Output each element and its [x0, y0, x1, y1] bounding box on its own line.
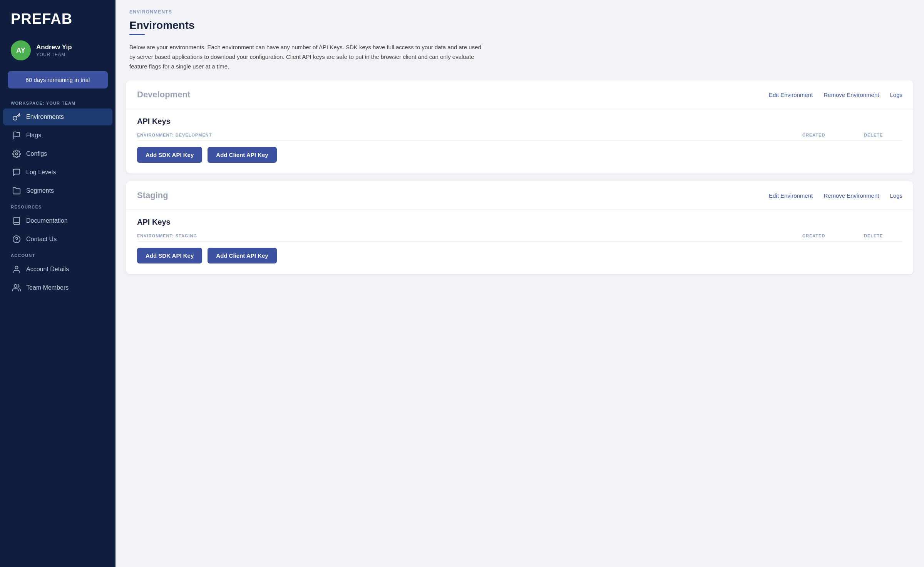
sidebar-item-team-members-label: Team Members: [26, 284, 69, 291]
svg-point-5: [15, 266, 18, 269]
page-description: Below are your environments. Each enviro…: [116, 43, 500, 80]
environment-card-staging: Staging Edit Environment Remove Environm…: [126, 181, 913, 274]
page-title-section: Enviroments: [116, 15, 924, 43]
sidebar-item-configs-label: Configs: [26, 150, 47, 157]
user-profile[interactable]: AY Andrew Yip YOUR TEAM: [0, 35, 116, 67]
sidebar-item-segments-label: Segments: [26, 187, 54, 194]
svg-point-2: [15, 153, 18, 155]
help-circle-icon: [12, 235, 21, 243]
breadcrumb: ENVIRONMENTS: [116, 0, 924, 15]
add-sdk-key-staging[interactable]: Add SDK API Key: [137, 248, 202, 263]
user-info: Andrew Yip YOUR TEAM: [36, 43, 72, 57]
sidebar-item-documentation-label: Documentation: [26, 217, 68, 224]
svg-point-6: [14, 285, 17, 287]
api-keys-title-development: API Keys: [137, 117, 902, 126]
env-name-staging: Staging: [137, 190, 168, 200]
col-created-development: CREATED: [802, 133, 864, 137]
api-keys-table-header-staging: ENVIRONMENT: STAGING CREATED DELETE: [137, 233, 902, 242]
sidebar-item-account-details[interactable]: Account Details: [3, 261, 112, 278]
add-client-key-staging[interactable]: Add Client API Key: [208, 248, 276, 263]
api-keys-buttons-development: Add SDK API Key Add Client API Key: [137, 147, 902, 163]
sidebar-item-environments[interactable]: Environments: [3, 108, 112, 125]
user-icon: [12, 265, 21, 273]
title-underline: [129, 34, 145, 35]
env-header-staging: Staging Edit Environment Remove Environm…: [126, 181, 913, 210]
sidebar-item-team-members[interactable]: Team Members: [3, 279, 112, 296]
api-keys-section-staging: API Keys ENVIRONMENT: STAGING CREATED DE…: [126, 210, 913, 274]
sidebar-item-environments-label: Environments: [26, 113, 64, 120]
sidebar-item-documentation[interactable]: Documentation: [3, 212, 112, 229]
resources-label: RESOURCES: [0, 200, 116, 212]
sidebar-item-log-levels[interactable]: Log Levels: [3, 164, 112, 181]
col-delete-staging: DELETE: [864, 233, 902, 238]
sidebar-item-flags-label: Flags: [26, 132, 41, 139]
logs-staging[interactable]: Logs: [890, 192, 902, 199]
user-name: Andrew Yip: [36, 43, 72, 51]
team-icon: [12, 284, 21, 292]
col-env-staging: ENVIRONMENT: STAGING: [137, 233, 802, 238]
chat-icon: [12, 168, 21, 177]
avatar: AY: [11, 40, 31, 60]
edit-environment-staging[interactable]: Edit Environment: [769, 192, 813, 199]
sidebar: PREFAB AY Andrew Yip YOUR TEAM 60 days r…: [0, 0, 116, 567]
sidebar-item-configs[interactable]: Configs: [3, 145, 112, 162]
gear-icon: [12, 150, 21, 158]
col-created-staging: CREATED: [802, 233, 864, 238]
api-keys-buttons-staging: Add SDK API Key Add Client API Key: [137, 248, 902, 263]
logo-area: PREFAB: [0, 0, 116, 35]
sidebar-item-segments[interactable]: Segments: [3, 182, 112, 199]
col-env-development: ENVIRONMENT: DEVELOPMENT: [137, 133, 802, 137]
environment-card-development: Development Edit Environment Remove Envi…: [126, 80, 913, 173]
add-sdk-key-development[interactable]: Add SDK API Key: [137, 147, 202, 163]
page-title: Enviroments: [129, 19, 910, 32]
env-name-development: Development: [137, 90, 190, 100]
user-team: YOUR TEAM: [36, 52, 72, 57]
key-icon: [12, 113, 21, 121]
env-actions-development: Edit Environment Remove Environment Logs: [769, 92, 902, 98]
trial-badge[interactable]: 60 days remaining in trial: [8, 71, 108, 88]
sidebar-item-flags[interactable]: Flags: [3, 127, 112, 144]
flag-icon: [12, 131, 21, 140]
remove-environment-staging[interactable]: Remove Environment: [824, 192, 879, 199]
env-header-development: Development Edit Environment Remove Envi…: [126, 80, 913, 109]
account-label: ACCOUNT: [0, 248, 116, 260]
col-delete-development: DELETE: [864, 133, 902, 137]
add-client-key-development[interactable]: Add Client API Key: [208, 147, 276, 163]
main-content: ENVIRONMENTS Enviroments Below are your …: [116, 0, 924, 567]
book-icon: [12, 217, 21, 225]
sidebar-item-contact-us[interactable]: Contact Us: [3, 231, 112, 248]
sidebar-item-log-levels-label: Log Levels: [26, 169, 56, 176]
sidebar-item-account-details-label: Account Details: [26, 266, 69, 273]
api-keys-section-development: API Keys ENVIRONMENT: DEVELOPMENT CREATE…: [126, 109, 913, 173]
env-actions-staging: Edit Environment Remove Environment Logs: [769, 192, 902, 199]
sidebar-item-contact-us-label: Contact Us: [26, 236, 57, 243]
api-keys-table-header-development: ENVIRONMENT: DEVELOPMENT CREATED DELETE: [137, 133, 902, 141]
folder-icon: [12, 187, 21, 195]
api-keys-title-staging: API Keys: [137, 218, 902, 227]
edit-environment-development[interactable]: Edit Environment: [769, 92, 813, 98]
app-logo: PREFAB: [11, 11, 105, 27]
workspace-label: WORKSPACE: YOUR TEAM: [0, 96, 116, 108]
remove-environment-development[interactable]: Remove Environment: [824, 92, 879, 98]
logs-development[interactable]: Logs: [890, 92, 902, 98]
